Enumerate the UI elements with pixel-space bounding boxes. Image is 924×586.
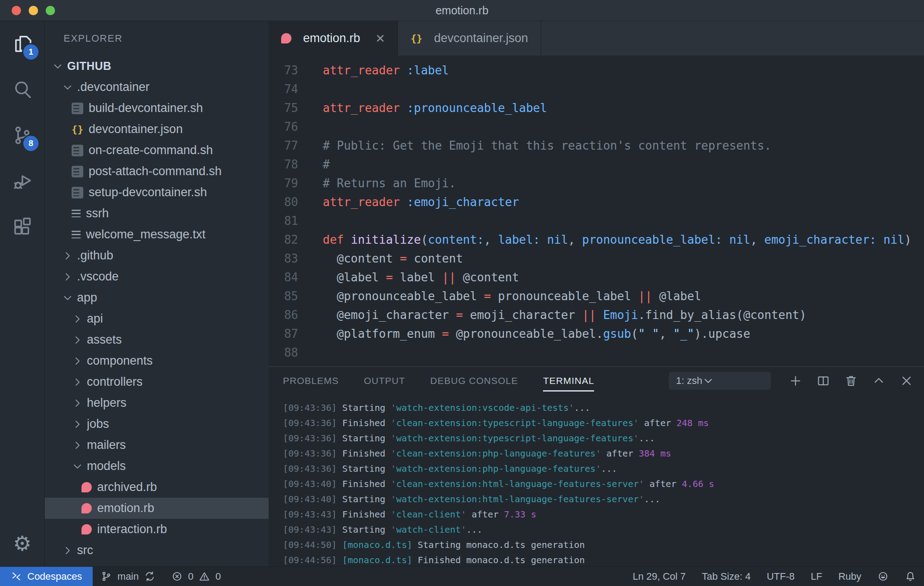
bell-icon [905,571,916,582]
line-number: 83 [269,249,298,268]
tree-row-github[interactable]: GITHUB [45,56,269,77]
terminal-line: [09:43:43] Starting 'watch-client'... [283,522,924,537]
line-number: 84 [269,268,298,287]
status-language-mode[interactable]: Ruby [830,567,869,586]
sync-icon [144,571,155,582]
shell-file-icon [72,145,83,156]
terminal-shell-value: 1: zsh [676,375,702,387]
tree-item-label: controllers [87,375,143,389]
code-line: 82def initialize(content:, label: nil, p… [269,230,924,249]
ruby-file-icon [81,503,92,513]
maximize-window-button[interactable] [46,6,55,15]
tree-row-post-attach-command-sh[interactable]: post-attach-command.sh [45,161,269,182]
tree-row-api[interactable]: api [45,308,269,329]
tree-row-vscode[interactable]: .vscode [45,266,269,287]
terminal-line: [09:43:36] Starting 'watch-extension:php… [283,461,924,476]
ruby-file-icon [81,482,92,492]
close-panel-button[interactable] [900,374,913,388]
tree-row-assets[interactable]: assets [45,329,269,350]
tree-row-components[interactable]: components [45,350,269,371]
badge: 8 [23,136,38,151]
maximize-panel-button[interactable] [872,374,886,388]
search-icon [12,79,33,100]
kill-terminal-button[interactable] [844,374,858,388]
tree-item-label: app [77,291,97,305]
tree-row-ssrh[interactable]: ssrh [45,203,269,224]
status-text: 0 [215,571,221,582]
tree-item-label: GITHUB [67,60,111,73]
panel-actions: 1: zsh [669,372,913,390]
activity-bar: 18⚙ [0,21,45,566]
status-cursor-position[interactable]: Ln 29, Col 7 [625,567,694,586]
tree-row-jobs[interactable]: jobs [45,414,269,435]
panel-tab-problems[interactable]: PROBLEMS [283,367,339,395]
terminal-output[interactable]: [09:43:36] Starting 'watch-extension:vsc… [269,395,924,566]
status-encoding[interactable]: UTF-8 [759,567,803,586]
tree-row-emotion-rb[interactable]: emotion.rb [45,498,269,519]
tree-row-welcome-message-txt[interactable]: welcome_message.txt [45,224,269,245]
badge: 1 [23,44,38,60]
code-editor[interactable]: 73attr_reader :label7475attr_reader :pro… [269,56,924,366]
activity-item-explorer[interactable]: 1 [0,21,44,67]
tree-row-app[interactable]: app [45,287,269,308]
tree-row-devcontainer[interactable]: .devcontainer [45,77,269,98]
vscode-window: emotion.rb 18⚙ EXPLORER GITHUB.devcontai… [0,0,924,586]
split-terminal-button[interactable] [817,374,830,388]
status-problems[interactable]: 00 [163,567,229,586]
line-number: 80 [269,193,298,211]
status-branch[interactable]: main [93,567,163,586]
tree-row-mailers[interactable]: mailers [45,435,269,456]
status-tab-size[interactable]: Tab Size: 4 [694,567,759,586]
minimize-window-button[interactable] [29,6,38,15]
activity-item-search[interactable] [0,67,44,112]
terminal-shell-select[interactable]: 1: zsh [669,372,771,390]
sidebar-title: EXPLORER [64,33,123,44]
activity-item-source-control[interactable]: 8 [0,112,44,158]
status-notifications[interactable] [897,567,924,586]
chevron-right-icon [72,397,83,409]
tab-emotion-rb[interactable]: emotion.rb✕ [269,21,398,56]
tree-row-models[interactable]: models [45,456,269,477]
close-window-button[interactable] [12,6,21,15]
tree-row-devcontainer-json[interactable]: {}devcontainer.json [45,119,269,140]
tree-item-label: ssrh [86,207,109,220]
tree-row-archived-rb[interactable]: archived.rb [45,477,269,498]
gear-icon: ⚙ [13,533,31,554]
activity-item-extensions[interactable] [0,204,44,250]
code-line: 86 @emoji_character = emoji_character ||… [269,306,924,324]
tree-row-helpers[interactable]: helpers [45,392,269,414]
tree-row-interaction-rb[interactable]: interaction.rb [45,519,269,540]
tab-devcontainer-json[interactable]: {}devcontainer.json [398,21,541,56]
tree-row-on-create-command-sh[interactable]: on-create-command.sh [45,140,269,161]
tree-row-github[interactable]: .github [45,245,269,266]
ruby-file-icon [81,524,92,534]
activity-item-settings[interactable]: ⚙ [0,521,44,566]
terminal-line: [09:43:40] Starting 'watch-extension:htm… [283,491,924,507]
tree-row-controllers[interactable]: controllers [45,371,269,392]
tree-row-setup-devcontainer-sh[interactable]: setup-devcontainer.sh [45,182,269,203]
code-line: 85 @pronounceable_label = pronounceable_… [269,287,924,306]
code-line: 84 @label = label || @content [269,268,924,287]
text-file-icon [72,231,81,238]
activity-item-run-debug[interactable] [0,158,44,204]
panel-tab-terminal[interactable]: TERMINAL [543,367,594,395]
line-number: 86 [269,306,298,324]
status-feedback[interactable] [869,567,897,586]
terminal-line: [09:43:36] Finished 'clean-extension:typ… [283,415,924,431]
editor-tab-bar: emotion.rb✕{}devcontainer.json [269,21,924,56]
new-terminal-button[interactable] [789,374,802,388]
tree-item-label: api [87,312,103,326]
panel-tab-output[interactable]: OUTPUT [364,367,405,395]
close-tab-icon[interactable]: ✕ [376,32,385,45]
panel-tab-debug-console[interactable]: DEBUG CONSOLE [430,367,518,395]
tree-row-build-devcontainer-sh[interactable]: build-devcontainer.sh [45,98,269,119]
status-codespaces[interactable]: Codespaces [0,567,93,586]
panel-tabs: PROBLEMSOUTPUTDEBUG CONSOLETERMINAL [283,367,594,395]
terminal-line: [09:43:36] Finished 'clean-extension:php… [283,446,924,461]
status-eol[interactable]: LF [803,567,830,586]
titlebar: emotion.rb [0,0,924,21]
tree-item-label: src [77,543,93,557]
tree-row-src[interactable]: src [45,540,269,561]
tree-item-label: helpers [87,396,127,410]
shell-file-icon [72,187,83,198]
